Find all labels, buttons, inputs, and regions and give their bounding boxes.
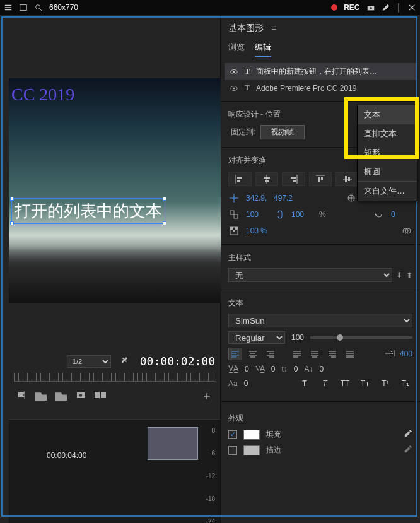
push-up-icon[interactable]: ⬆ <box>406 271 412 279</box>
panel-menu-icon[interactable]: ≡ <box>271 23 276 33</box>
window-icon[interactable] <box>19 3 28 12</box>
master-style-select[interactable]: 无 <box>228 268 392 282</box>
smallcaps-icon[interactable]: Tᴛ <box>358 377 372 390</box>
pencil-icon[interactable] <box>382 3 390 12</box>
justify-center-icon[interactable] <box>308 348 322 360</box>
layer-label: 面板中的新建按钮，在打开的列表… <box>256 66 377 77</box>
svg-rect-6 <box>95 392 100 398</box>
align-text-center-icon[interactable] <box>246 348 260 360</box>
new-layer-popup: 文本 直排文本 矩形 椭圆 来自文件… <box>357 105 417 201</box>
comparison-icon[interactable] <box>95 391 106 401</box>
baseline-val[interactable]: 0 <box>320 365 324 373</box>
rotation-icon[interactable] <box>373 209 385 220</box>
fill-swatch[interactable] <box>243 430 260 440</box>
timeline-tc: 00:00:04:00 <box>47 451 86 460</box>
opacity-val[interactable]: 100 % <box>246 226 267 235</box>
italic-icon[interactable]: T <box>318 377 332 390</box>
menu-item-ellipse[interactable]: 椭圆 <box>358 162 417 181</box>
stroke-checkbox[interactable] <box>228 446 237 455</box>
tab-icon[interactable] <box>385 350 396 359</box>
tool-b-icon[interactable] <box>55 391 67 401</box>
kerning-val[interactable]: 0 <box>271 365 276 373</box>
anchor-point-icon[interactable] <box>346 192 357 204</box>
svg-rect-13 <box>237 180 240 182</box>
menu-item-text[interactable]: 文本 <box>358 105 417 124</box>
align-left-icon[interactable] <box>228 172 252 186</box>
scale-y[interactable]: 100 <box>291 210 313 219</box>
tracking-val[interactable]: 0 <box>245 365 249 373</box>
svg-rect-21 <box>348 177 350 181</box>
svg-rect-32 <box>230 227 233 230</box>
subscript-icon[interactable]: T₁ <box>399 377 412 390</box>
rotation-val[interactable]: 0 <box>391 210 412 219</box>
tab-edit[interactable]: 编辑 <box>255 42 271 57</box>
preview-viewport[interactable]: CC 2019 打开的列表中的文本 <box>9 78 221 303</box>
blend-icon[interactable] <box>401 225 412 237</box>
pin-to-value[interactable]: 视频帧 <box>260 125 305 139</box>
push-down-icon[interactable]: ⬇ <box>396 271 402 279</box>
timecode-display[interactable]: 00:00:02:00 <box>140 355 215 368</box>
align-text-left-icon[interactable] <box>228 348 242 360</box>
allcaps-icon[interactable]: TT <box>338 377 352 390</box>
svg-rect-30 <box>234 214 238 218</box>
add-button-icon[interactable]: ＋ <box>201 388 213 403</box>
scale-icon[interactable] <box>228 209 240 220</box>
camera-icon[interactable] <box>366 3 375 12</box>
time-ruler[interactable] <box>14 373 215 382</box>
align-top-icon[interactable] <box>309 172 332 186</box>
program-monitor: CC 2019 打开的列表中的文本 1/2 00:00:02:00 <box>9 15 221 523</box>
stroke-swatch[interactable] <box>243 445 260 455</box>
leading-val[interactable]: 0 <box>294 365 298 373</box>
link-icon[interactable] <box>274 209 285 220</box>
position-icon[interactable] <box>228 192 240 204</box>
position-y[interactable]: 497.2 <box>274 194 295 203</box>
visibility-icon[interactable] <box>230 68 238 76</box>
bold-icon[interactable]: T <box>298 377 312 390</box>
eyedropper-icon[interactable] <box>404 429 412 440</box>
align-vcenter-icon[interactable] <box>335 172 359 186</box>
justify-left-icon[interactable] <box>290 348 304 360</box>
audio-levels: 0-6-12-18-24 <box>196 420 215 523</box>
export-frame-icon[interactable] <box>76 390 86 402</box>
clip-thumbnail[interactable] <box>148 427 198 460</box>
tsume-val[interactable]: 0 <box>244 379 248 388</box>
font-family-select[interactable]: SimSun <box>228 314 412 327</box>
font-size-slider[interactable] <box>310 336 412 339</box>
layer-label: Adobe Premiere Pro CC 2019 <box>256 84 356 93</box>
layer-item[interactable]: T Adobe Premiere Pro CC 2019 <box>225 80 416 96</box>
add-marker-icon[interactable] <box>16 390 26 402</box>
layer-item[interactable]: T 面板中的新建按钮，在打开的列表… <box>225 63 416 80</box>
justify-right-icon[interactable] <box>325 348 339 360</box>
fill-checkbox[interactable] <box>228 430 237 439</box>
menu-item-from-file[interactable]: 来自文件… <box>358 182 417 201</box>
pin-to-label: 固定到: <box>231 127 255 138</box>
hamburger-icon[interactable] <box>4 3 13 12</box>
search-icon[interactable] <box>34 3 43 12</box>
zoom-select[interactable]: 1/2 <box>67 355 111 368</box>
settings-icon[interactable] <box>119 355 129 367</box>
timeline-panel[interactable]: 00:00:04:00 0-6-12-18-24 <box>9 419 220 523</box>
justify-all-icon[interactable] <box>343 348 357 360</box>
tool-a-icon[interactable] <box>35 391 47 401</box>
svg-point-3 <box>370 7 372 9</box>
visibility-icon[interactable] <box>230 84 238 93</box>
indent-val[interactable]: 400 <box>400 350 412 358</box>
font-weight-select[interactable]: Regular <box>228 331 285 344</box>
menu-item-vertical-text[interactable]: 直排文本 <box>358 124 417 143</box>
svg-rect-34 <box>233 230 235 232</box>
align-hcenter-icon[interactable] <box>255 172 279 186</box>
position-x[interactable]: 342.9, <box>246 194 267 203</box>
tab-browse[interactable]: 浏览 <box>228 42 245 57</box>
scale-x[interactable]: 100 <box>246 210 267 219</box>
align-text-right-icon[interactable] <box>264 348 277 360</box>
close-icon[interactable] <box>407 3 416 12</box>
text-layer-selected[interactable]: 打开的列表中的文本 <box>11 198 165 224</box>
opacity-icon[interactable] <box>228 225 240 237</box>
menu-item-rectangle[interactable]: 矩形 <box>358 143 417 162</box>
eyedropper-icon[interactable] <box>404 445 412 455</box>
svg-point-1 <box>36 5 40 9</box>
svg-point-11 <box>233 87 235 89</box>
align-right-icon[interactable] <box>282 172 305 186</box>
superscript-icon[interactable]: T¹ <box>378 377 392 390</box>
font-size-val[interactable]: 100 <box>291 333 304 342</box>
